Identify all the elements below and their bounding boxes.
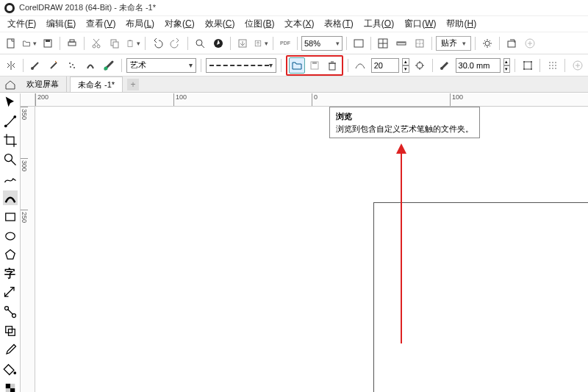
width-value[interactable]: 30.0 mm [456, 58, 501, 73]
copy-icon[interactable] [107, 35, 123, 51]
pen-width-icon[interactable] [437, 57, 453, 74]
launch-icon[interactable] [503, 35, 520, 51]
width-spinner[interactable]: ▴▾ [503, 58, 511, 73]
zoom-level[interactable]: 58% [301, 36, 343, 51]
text-tool-icon[interactable]: 字 [3, 267, 18, 281]
stroke-preview-dropdown[interactable] [206, 58, 276, 73]
document-tabs: 欢迎屏幕 未命名 -1* + [0, 76, 588, 93]
plus-icon[interactable] [522, 35, 538, 51]
brush-preset-icon[interactable] [28, 57, 43, 74]
crop-tool-icon[interactable] [3, 133, 18, 148]
export-icon[interactable] [253, 35, 269, 51]
menu-效果[interactable]: 效果(C) [201, 16, 240, 32]
menu-文本[interactable]: 文本(X) [280, 16, 318, 32]
cut-icon[interactable] [88, 35, 104, 51]
browse-folder-icon[interactable] [289, 57, 305, 74]
polygon-tool-icon[interactable] [3, 248, 18, 263]
grid-icon[interactable] [375, 35, 391, 51]
highlighted-group [286, 55, 343, 76]
menu-文件[interactable]: 文件(F) [3, 16, 40, 32]
svg-point-39 [552, 62, 553, 63]
calligraphy-icon[interactable] [83, 57, 98, 74]
paste-icon[interactable] [125, 35, 141, 51]
new-doc-icon[interactable] [3, 35, 19, 51]
search-icon[interactable] [192, 35, 208, 51]
delete-stroke-icon[interactable] [324, 57, 340, 74]
menu-对象[interactable]: 对象(C) [160, 16, 199, 32]
svg-point-25 [70, 66, 71, 68]
separator [348, 59, 348, 72]
transparency-tool-icon[interactable] [3, 381, 18, 392]
freehand-tool-icon[interactable] [3, 171, 18, 186]
svg-point-38 [549, 62, 551, 63]
zoom-tool-icon[interactable] [3, 152, 18, 167]
smoothing-value[interactable]: 20 [371, 58, 399, 73]
separator [499, 37, 500, 50]
menu-位图[interactable]: 位图(B) [240, 16, 279, 32]
welcome-tab[interactable]: 欢迎屏幕 [19, 76, 67, 92]
svg-point-49 [13, 115, 16, 118]
options-icon[interactable] [479, 35, 495, 51]
shape-tool-icon[interactable] [3, 114, 18, 129]
menu-查看[interactable]: 查看(V) [82, 16, 120, 32]
compass-icon[interactable] [210, 35, 226, 51]
svg-point-52 [5, 232, 15, 240]
artistic-media-tool-icon[interactable] [3, 190, 18, 205]
print-icon[interactable] [64, 35, 80, 51]
new-tab-button[interactable]: + [127, 79, 139, 90]
pressure-icon[interactable] [101, 57, 117, 74]
save-stroke-icon[interactable] [306, 57, 323, 74]
svg-point-19 [485, 41, 490, 46]
property-toolbar: 艺术 20 ▴▾ 30.0 mm ▴▾ [0, 54, 588, 76]
menu-表格[interactable]: 表格(T) [320, 16, 357, 32]
svg-rect-29 [312, 62, 317, 64]
dimension-tool-icon[interactable] [3, 285, 18, 300]
separator [84, 37, 85, 50]
svg-point-35 [531, 61, 532, 63]
ellipse-tool-icon[interactable] [3, 229, 18, 243]
svg-point-41 [549, 65, 551, 66]
menu-帮助[interactable]: 帮助(H) [442, 16, 481, 32]
add-icon[interactable] [570, 57, 585, 74]
redo-icon[interactable] [168, 35, 184, 51]
menu-窗口[interactable]: 窗口(W) [400, 16, 440, 32]
brush-edit-icon[interactable] [46, 57, 62, 74]
pointer-icon[interactable] [412, 57, 428, 74]
snap-button[interactable]: 贴齐 [436, 36, 471, 51]
titlebar: CorelDRAW 2018 (64-Bit) - 未命名 -1* [0, 0, 588, 16]
save-icon[interactable] [40, 35, 56, 51]
bounding-icon[interactable] [520, 57, 535, 74]
snap-grid-icon[interactable] [545, 57, 560, 74]
mirror-h-icon[interactable] [3, 57, 18, 74]
pick-tool-icon[interactable] [3, 95, 18, 110]
effects-tool-icon[interactable] [3, 324, 18, 338]
import-icon[interactable] [234, 35, 251, 51]
horizontal-ruler[interactable]: 2001000100 [35, 93, 588, 107]
ruler-icon[interactable] [393, 35, 409, 51]
undo-icon[interactable] [149, 35, 165, 51]
vertical-ruler[interactable]: 350300250 [21, 107, 35, 392]
guidelines-icon[interactable] [412, 35, 428, 51]
svg-rect-59 [10, 388, 15, 392]
separator [514, 59, 515, 72]
brush-style-dropdown[interactable]: 艺术 [126, 58, 196, 73]
fill-tool-icon[interactable] [3, 362, 18, 377]
smoothing-spinner[interactable]: ▴▾ [402, 58, 409, 73]
canvas[interactable]: 浏览 浏览到包含自定义艺术笔触的文件夹。 [35, 107, 588, 392]
menu-布局[interactable]: 布局(L) [121, 16, 159, 32]
fullscreen-icon[interactable] [351, 35, 367, 51]
active-doc-tab[interactable]: 未命名 -1* [70, 76, 123, 92]
menu-编辑[interactable]: 编辑(E) [42, 16, 80, 32]
pdf-icon[interactable]: PDF [277, 35, 293, 51]
home-icon[interactable] [4, 79, 16, 90]
smoothing-icon[interactable] [353, 57, 368, 74]
spray-icon[interactable] [65, 57, 80, 74]
eyedropper-tool-icon[interactable] [3, 343, 18, 357]
open-icon[interactable] [21, 35, 37, 51]
svg-point-32 [440, 67, 443, 70]
svg-point-40 [555, 62, 556, 63]
connector-tool-icon[interactable] [3, 304, 18, 319]
main-toolbar: PDF 58% 贴齐 [0, 32, 588, 54]
menu-工具[interactable]: 工具(O) [359, 16, 398, 32]
rectangle-tool-icon[interactable] [3, 210, 18, 224]
